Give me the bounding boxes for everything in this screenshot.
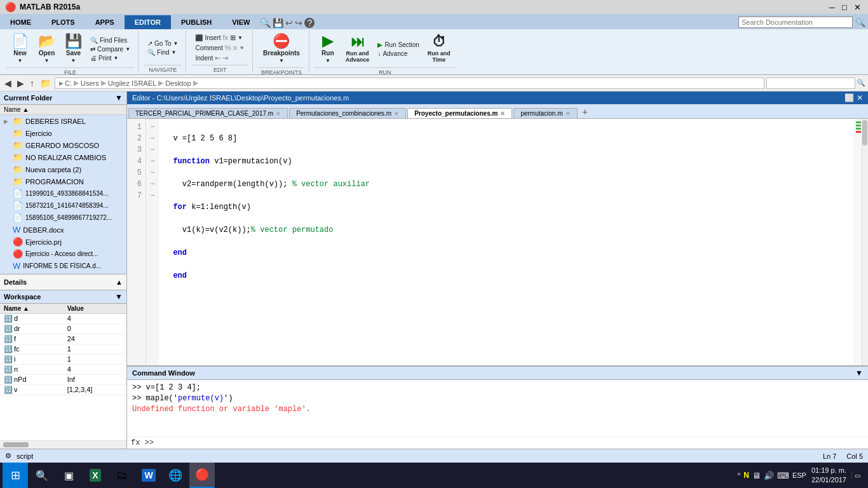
list-item[interactable]: 📄 15873216_1416474858394...: [0, 200, 126, 212]
save-button[interactable]: 💾 Save ▼: [61, 32, 86, 65]
editor-tab-2[interactable]: Permutaciones_combinaciones.m ✕: [289, 108, 406, 118]
search-small-input[interactable]: [766, 78, 855, 89]
table-row[interactable]: 🔢v [1,2,3,4]: [0, 384, 126, 395]
list-item[interactable]: 📄 11999016_4933868841534...: [0, 187, 126, 200]
tab-3-close[interactable]: ✕: [500, 111, 505, 117]
new-button[interactable]: 📄 New ▼: [8, 32, 32, 65]
tab-view[interactable]: VIEW: [222, 15, 260, 29]
ws-var-name: 🔢nPd: [0, 374, 64, 384]
taskbar-time[interactable]: 01:19 p. m. 22/01/2017: [811, 466, 846, 485]
list-item[interactable]: 📁 GERARDO MOSCOSO: [0, 139, 126, 151]
open-button[interactable]: 📂 Open ▼: [34, 32, 59, 65]
comment-button[interactable]: Comment % ≡ ✦: [193, 43, 247, 53]
editor-code-area[interactable]: 1 2 3 4 5 6 7 − − − − − − −: [127, 119, 868, 365]
list-item[interactable]: ▶ 📁 DEBERES ISRAEL: [0, 115, 126, 127]
taskbar-chrome[interactable]: 🌐: [163, 463, 188, 488]
workspace-hscroll[interactable]: [0, 440, 126, 449]
list-item[interactable]: 🔴 Ejercicio.prj: [0, 236, 126, 248]
editor-tab-1[interactable]: TERCER_PARCIAL_PRIMERA_CLASE_2017.m ✕: [128, 108, 288, 118]
list-item[interactable]: W DEBER.docx: [0, 224, 126, 236]
table-row[interactable]: 🔢nPd Inf: [0, 374, 126, 384]
current-folder-menu-icon[interactable]: ▼: [115, 93, 123, 102]
command-menu-icon[interactable]: ▼: [855, 369, 863, 377]
taskbar-excel[interactable]: X: [83, 463, 108, 488]
search-doc-input[interactable]: [738, 17, 853, 28]
breadcrumb-urgilez[interactable]: Urgilez ISRAEL: [108, 79, 156, 87]
list-item[interactable]: 📁 Ejercicio: [0, 127, 126, 139]
ribbon-icon-3[interactable]: ↩: [285, 18, 293, 28]
back-button[interactable]: ◀: [3, 78, 13, 88]
code-editor[interactable]: v =[1 2 5 6 8] function v1=permutacion(v…: [159, 119, 854, 365]
tab-add-button[interactable]: +: [579, 105, 592, 118]
taskbar-matlab[interactable]: 🔴: [189, 463, 215, 488]
command-input[interactable]: [156, 438, 864, 447]
goto-button[interactable]: ↗ Go To ▼: [145, 39, 180, 48]
taskbar-taskview[interactable]: ▣: [56, 463, 81, 488]
margin-mark: [856, 131, 861, 133]
table-row[interactable]: 🔢d 4: [0, 313, 126, 323]
run-advance-button[interactable]: ⏭ Run andAdvance: [342, 33, 374, 65]
breakpoints-button[interactable]: ⛔ Breakpoints ▼: [259, 32, 304, 65]
breadcrumb-c[interactable]: C:: [65, 79, 72, 87]
tab-2-close[interactable]: ✕: [394, 111, 399, 117]
editor-close-icon[interactable]: ✕: [857, 93, 863, 102]
taskbar-search[interactable]: 🔍: [29, 463, 55, 488]
editor-undock-icon[interactable]: ⬜: [844, 93, 854, 102]
ribbon-group-file-content: 📄 New ▼ 📂 Open ▼ 💾 Save ▼ 🔍 Find Files: [6, 30, 134, 67]
minimize-button[interactable]: ─: [826, 1, 837, 13]
list-item[interactable]: 📄 15895106_64899867719272...: [0, 212, 126, 224]
tab-home[interactable]: HOME: [0, 15, 41, 29]
insert-button[interactable]: ⬛ Insert fx ⊞ ▼: [193, 33, 247, 43]
run-time-button[interactable]: ⏱ Run andTime: [424, 33, 454, 65]
tab-1-close[interactable]: ✕: [276, 111, 281, 117]
editor-tab-4[interactable]: permutacion.m ✕: [513, 108, 577, 118]
systray-volume[interactable]: 🔊: [764, 471, 774, 480]
command-prompt: fx >>: [131, 438, 154, 447]
breadcrumb-users[interactable]: Users: [81, 79, 99, 87]
table-row[interactable]: 🔢n 4: [0, 364, 126, 374]
editor-scroll-thumb[interactable]: [862, 120, 867, 146]
taskbar-word[interactable]: W: [136, 463, 161, 488]
table-row[interactable]: 🔢dr 0: [0, 323, 126, 334]
close-button[interactable]: ✕: [851, 1, 863, 13]
list-item[interactable]: 🔴 Ejercicio - Acceso direct...: [0, 248, 126, 260]
editor-scrollbar[interactable]: [862, 119, 868, 365]
ribbon-icon-1[interactable]: 🔍: [260, 18, 271, 28]
table-row[interactable]: 🔢f 24: [0, 334, 126, 344]
editor-tab-3[interactable]: Proyecto_permutaciones.m ✕: [407, 108, 512, 118]
list-item[interactable]: 📁 Nueva carpeta (2): [0, 163, 126, 175]
tab-plots[interactable]: PLOTS: [41, 15, 85, 29]
run-section-button[interactable]: ▶ Run Section: [375, 41, 421, 49]
show-desktop-btn[interactable]: ▭: [851, 472, 860, 479]
list-item[interactable]: W INFORME 5 DE FÍSICA.d...: [0, 260, 126, 272]
find-button[interactable]: 🔍 Find ▼: [145, 48, 180, 57]
breadcrumb-desktop[interactable]: Desktop: [165, 79, 191, 87]
ribbon-icon-4[interactable]: ↪: [295, 18, 302, 28]
list-item[interactable]: 📁 NO REALIZAR CAMBIOS: [0, 151, 126, 163]
workspace-menu-icon[interactable]: ▼: [115, 292, 123, 301]
search-small-icon[interactable]: 🔍: [857, 79, 865, 87]
taskbar-fileexplorer[interactable]: 🗂: [109, 463, 135, 488]
forward-button[interactable]: ▶: [15, 78, 26, 88]
advance-button[interactable]: ↓ Advance: [375, 50, 421, 58]
systray-expand[interactable]: ^: [738, 472, 741, 479]
indent-button[interactable]: Indent ⇤ ⇥: [193, 53, 247, 63]
find-files-button[interactable]: 🔍 Find Files: [88, 36, 133, 44]
print-button[interactable]: 🖨 Print ▼: [88, 54, 133, 62]
tab-4-close[interactable]: ✕: [566, 111, 571, 117]
up-button[interactable]: ↑: [28, 78, 36, 88]
compare-button[interactable]: ⇄ Compare ▼: [88, 45, 133, 53]
search-doc-icon[interactable]: 🔍: [855, 18, 865, 27]
maximize-button[interactable]: □: [839, 1, 850, 13]
ribbon-icon-2[interactable]: 💾: [273, 18, 283, 28]
details-arrow[interactable]: ▲: [116, 278, 123, 286]
tab-editor[interactable]: EDITOR: [125, 15, 171, 29]
list-item[interactable]: 📁 PROGRAMACION: [0, 175, 126, 187]
table-row[interactable]: 🔢fc 1: [0, 344, 126, 354]
help-icon[interactable]: ?: [304, 18, 315, 28]
tab-apps[interactable]: APPS: [85, 15, 125, 29]
run-button[interactable]: ▶ Run ▼: [316, 32, 340, 65]
start-button[interactable]: ⊞: [3, 463, 28, 488]
table-row[interactable]: 🔢i 1: [0, 354, 126, 364]
tab-publish[interactable]: PUBLISH: [171, 15, 222, 29]
